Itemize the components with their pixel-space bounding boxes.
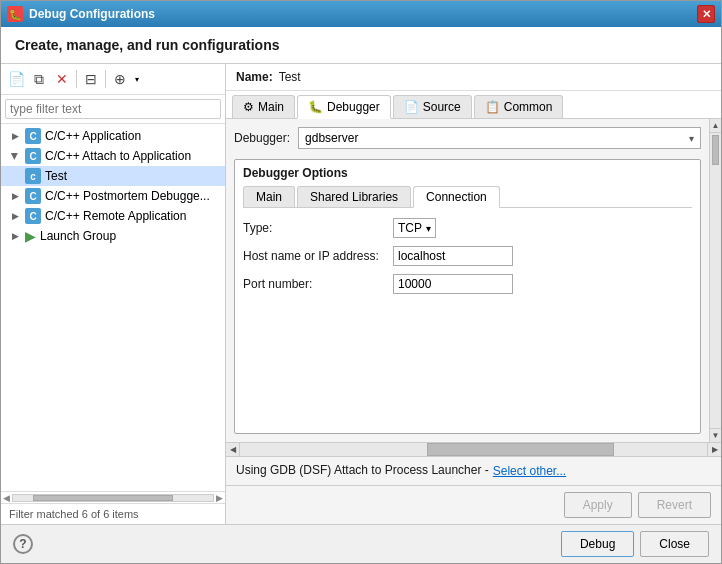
tab-source[interactable]: 📄 Source xyxy=(393,95,472,118)
host-row: Host name or IP address: localhost xyxy=(243,246,692,266)
tab-common-label: Common xyxy=(504,100,553,114)
delete-config-button[interactable]: ✕ xyxy=(51,68,73,90)
duplicate-config-button[interactable]: ⧉ xyxy=(28,68,50,90)
tab-debugger-label: Debugger xyxy=(327,100,380,114)
config-tree: ▶ C C/C++ Application ▶ C C/C++ Attach t… xyxy=(1,124,225,491)
help-button[interactable]: ? xyxy=(13,534,33,554)
scroll-down-btn[interactable]: ▼ xyxy=(710,428,721,442)
c-icon-postmortem: C xyxy=(25,188,41,204)
action-row: Apply Revert xyxy=(226,485,721,524)
tree-item-test[interactable]: c Test xyxy=(1,166,225,186)
new-split-button[interactable]: ⊕ xyxy=(109,68,131,90)
window-title: Debug Configurations xyxy=(29,7,691,21)
window-icon: 🐛 xyxy=(7,6,23,22)
tree-label-postmortem: C/C++ Postmortem Debugge... xyxy=(45,189,210,203)
group-title: Debugger Options xyxy=(243,166,692,180)
bottom-buttons: Debug Close xyxy=(561,531,709,557)
name-value: Test xyxy=(279,70,301,84)
main-tabs: ⚙ Main 🐛 Debugger 📄 Source 📋 Common xyxy=(226,91,721,119)
horizontal-scrollbar[interactable]: ◀ ▶ xyxy=(226,442,721,456)
type-row: Type: TCP ▾ xyxy=(243,218,692,238)
scroll-up-btn[interactable]: ▲ xyxy=(710,119,721,133)
tab-common[interactable]: 📋 Common xyxy=(474,95,564,118)
tab-main-label: Main xyxy=(258,100,284,114)
host-label: Host name or IP address: xyxy=(243,249,393,263)
close-button[interactable]: Close xyxy=(640,531,709,557)
tree-item-launch[interactable]: ▶ ▶ Launch Group xyxy=(1,226,225,246)
select-other-link[interactable]: Select other... xyxy=(493,464,566,478)
scroll-thumb-h[interactable] xyxy=(427,443,614,456)
left-toolbar: 📄 ⧉ ✕ ⊟ ⊕ ▾ xyxy=(1,64,225,95)
host-value: localhost xyxy=(398,249,445,263)
tab-main[interactable]: ⚙ Main xyxy=(232,95,295,118)
collapse-all-button[interactable]: ⊟ xyxy=(80,68,102,90)
tree-item-remote[interactable]: ▶ C C/C++ Remote Application xyxy=(1,206,225,226)
right-scrollbar[interactable]: ▲ ▼ xyxy=(709,119,721,442)
debug-button[interactable]: Debug xyxy=(561,531,634,557)
subtitle: Create, manage, and run configurations xyxy=(1,27,721,64)
common-tab-icon: 📋 xyxy=(485,100,500,114)
new-config-button[interactable]: 📄 xyxy=(5,68,27,90)
tree-label: C/C++ Application xyxy=(45,129,141,143)
debugger-value: gdbserver xyxy=(305,131,358,145)
main-area: 📄 ⧉ ✕ ⊟ ⊕ ▾ ▶ C C/C++ Application xyxy=(1,64,721,524)
tree-item-cpp-app[interactable]: ▶ C C/C++ Application xyxy=(1,126,225,146)
sub-tab-shared-libs[interactable]: Shared Libraries xyxy=(297,186,411,207)
sub-tab-main-label: Main xyxy=(256,190,282,204)
revert-button[interactable]: Revert xyxy=(638,492,711,518)
scroll-left-btn[interactable]: ◀ xyxy=(226,443,240,457)
port-field[interactable]: 10000 xyxy=(393,274,513,294)
port-label: Port number: xyxy=(243,277,393,291)
left-panel: 📄 ⧉ ✕ ⊟ ⊕ ▾ ▶ C C/C++ Application xyxy=(1,64,226,524)
expand-arrow-launch: ▶ xyxy=(9,230,21,242)
tab-content: Debugger: gdbserver ▾ Debugger Options xyxy=(226,119,709,442)
expand-arrow-remote: ▶ xyxy=(9,210,21,222)
tree-label-attach: C/C++ Attach to Application xyxy=(45,149,191,163)
scroll-track xyxy=(710,167,721,428)
toolbar-sep1 xyxy=(76,70,77,88)
left-scroll-left[interactable]: ◀ xyxy=(3,493,10,503)
toolbar-sep2 xyxy=(105,70,106,88)
left-scroll-right[interactable]: ▶ xyxy=(216,493,223,503)
status-text: Using GDB (DSF) Attach to Process Launch… xyxy=(236,463,489,477)
debugger-row: Debugger: gdbserver ▾ xyxy=(234,127,701,149)
status-area: Using GDB (DSF) Attach to Process Launch… xyxy=(226,456,721,485)
port-value: 10000 xyxy=(398,277,431,291)
tab-debugger[interactable]: 🐛 Debugger xyxy=(297,95,391,119)
type-dropdown-arrow: ▾ xyxy=(426,223,431,234)
main-tab-icon: ⚙ xyxy=(243,100,254,114)
scroll-thumb[interactable] xyxy=(712,135,719,165)
sub-tab-connection[interactable]: Connection xyxy=(413,186,500,208)
sub-tab-main[interactable]: Main xyxy=(243,186,295,207)
port-row: Port number: 10000 xyxy=(243,274,692,294)
tree-label-remote: C/C++ Remote Application xyxy=(45,209,186,223)
tree-item-cpp-attach[interactable]: ▶ C C/C++ Attach to Application xyxy=(1,146,225,166)
apply-button[interactable]: Apply xyxy=(564,492,632,518)
new-split-arrow[interactable]: ▾ xyxy=(132,68,142,90)
filter-input[interactable] xyxy=(5,99,221,119)
right-panel: Name: Test ⚙ Main 🐛 Debugger 📄 Source xyxy=(226,64,721,524)
scroll-right-btn[interactable]: ▶ xyxy=(707,443,721,457)
tab-source-label: Source xyxy=(423,100,461,114)
type-select[interactable]: TCP ▾ xyxy=(393,218,436,238)
host-field[interactable]: localhost xyxy=(393,246,513,266)
c-icon-test: c xyxy=(25,168,41,184)
tree-label-launch: Launch Group xyxy=(40,229,116,243)
filter-box xyxy=(1,95,225,124)
filter-status: Filter matched 6 of 6 items xyxy=(1,503,225,524)
source-tab-icon: 📄 xyxy=(404,100,419,114)
tree-label-test: Test xyxy=(45,169,67,183)
tree-item-postmortem[interactable]: ▶ C C/C++ Postmortem Debugge... xyxy=(1,186,225,206)
debugger-select[interactable]: gdbserver ▾ xyxy=(298,127,701,149)
debugger-dropdown-arrow: ▾ xyxy=(689,133,694,144)
close-window-button[interactable]: ✕ xyxy=(697,5,715,23)
title-bar: 🐛 Debug Configurations ✕ xyxy=(1,1,721,27)
sub-tab-connection-label: Connection xyxy=(426,190,487,204)
type-value: TCP xyxy=(398,221,422,235)
name-label: Name: xyxy=(236,70,273,84)
left-scrollbar[interactable]: ◀ ▶ xyxy=(1,491,225,503)
name-bar: Name: Test xyxy=(226,64,721,91)
sub-tab-shared-libs-label: Shared Libraries xyxy=(310,190,398,204)
scroll-track-h xyxy=(240,443,707,456)
expand-arrow-postmortem: ▶ xyxy=(9,190,21,202)
